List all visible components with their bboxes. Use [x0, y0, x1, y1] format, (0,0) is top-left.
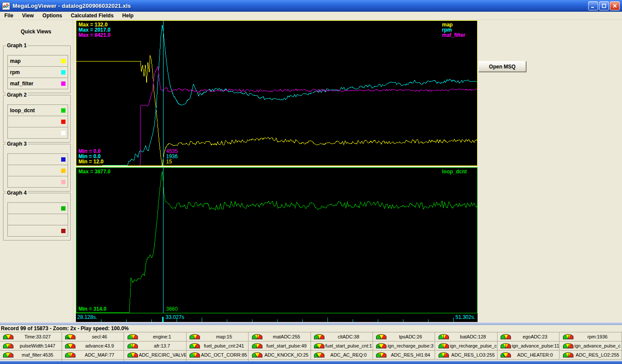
gauge-needle	[380, 353, 381, 357]
field-row-empty[interactable]	[7, 214, 68, 225]
window-title: MegaLogViewer - datalog200906032021.xls	[13, 3, 131, 9]
gauge-value-label: fuel_pulse_cnt:241	[200, 343, 248, 348]
group-title: Graph 2	[6, 92, 28, 98]
field-row-maf_filter[interactable]: maf_filter	[7, 78, 68, 89]
field-row-empty[interactable]	[7, 225, 68, 237]
gauge-cell-maf_filter: maf_filter:4535	[0, 351, 62, 360]
menu-bar: FileViewOptionsCalculated FieldsHelp	[0, 12, 622, 20]
gauge-cell-afr: afr:13.7	[124, 341, 187, 351]
splitter-handle[interactable]	[0, 322, 622, 325]
gauge-needle	[6, 335, 8, 339]
axis-tick	[202, 318, 202, 322]
menu-item-calculated-fields[interactable]: Calculated Fields	[66, 12, 118, 20]
gauge-needle	[377, 346, 381, 348]
gauge-cell-engine: engine:1	[124, 332, 187, 341]
menu-item-options[interactable]: Options	[38, 12, 66, 20]
gauge-value-label: map:15	[200, 334, 248, 339]
maximize-icon[interactable]	[599, 1, 609, 10]
max-block: Max = 3877.0	[79, 169, 111, 174]
gauge-value-label: fuel_start_pulse:49	[262, 343, 311, 348]
gauge-needle	[131, 335, 133, 339]
cursor-value-block: 3660	[166, 306, 178, 312]
gauge-grid: Time:33.027secl:46engine:1map:15matADC:2…	[0, 332, 622, 364]
gauge-value-label: ign_recharge_pulse:3	[386, 343, 435, 348]
gauge-value-label: maf_filter:4535	[13, 352, 62, 358]
field-color-swatch	[61, 70, 65, 75]
group-title: Graph 4	[6, 190, 28, 196]
gauge-value-label: Time:33.027	[13, 334, 62, 339]
gauge-value-label: advance:43.9	[75, 343, 124, 348]
gauge-value-label: secl:46	[75, 334, 124, 339]
minimize-icon[interactable]	[588, 1, 598, 10]
field-color-swatch	[61, 59, 65, 63]
field-row-empty[interactable]	[7, 165, 68, 176]
gauge-icon	[190, 352, 200, 358]
gauge-needle	[315, 346, 319, 348]
gauge-cell-pulseWidth: pulseWidth:1447	[0, 341, 62, 351]
field-color-swatch	[61, 131, 65, 135]
gauge-needle	[502, 354, 506, 358]
gauge-cell-advance: advance:43.9	[62, 341, 124, 351]
gauge-cell-fuel_pulse_cnt: fuel_pulse_cnt:241	[187, 341, 249, 351]
max-label: Max = 8421.0	[79, 32, 111, 38]
menu-item-help[interactable]: Help	[118, 12, 138, 20]
gauge-needle	[568, 335, 569, 339]
gauge-needle	[8, 344, 10, 348]
gauge-needle	[66, 337, 70, 339]
close-icon[interactable]	[610, 1, 620, 10]
field-row-rpm[interactable]: rpm	[7, 66, 68, 78]
field-row-empty[interactable]	[7, 176, 68, 188]
gauge-cell-ADC_OCT_CORR: ADC_OCT_CORR:85	[187, 351, 249, 360]
axis-cursor-label: 33.027s	[166, 314, 184, 320]
gauge-value-label: ADC_RECIRC_VALVE	[138, 352, 186, 358]
field-row-empty[interactable]	[7, 116, 68, 127]
axis-tick	[252, 319, 252, 322]
gauge-icon	[128, 343, 138, 348]
field-color-swatch	[61, 120, 65, 124]
gauge-cell-Time: Time:33.027	[0, 332, 62, 341]
field-row-empty[interactable]	[7, 153, 68, 165]
gauge-icon	[439, 352, 449, 358]
gauge-cell-ADC_RES_HI1: ADC_RES_HI1:84	[373, 351, 435, 360]
graph2-chart[interactable]: Max = 3877.0Min = 314.0loop_dcnt3660	[76, 167, 478, 313]
axis-tick	[101, 319, 101, 322]
gauge-value-label: ADC_MAF:77	[75, 352, 124, 358]
cursor-tick	[162, 317, 164, 322]
gauge-needle	[568, 344, 570, 348]
gauge-cell-map: map:15	[187, 332, 249, 341]
field-row-loop_dcnt[interactable]: loop_dcnt	[7, 104, 68, 116]
gauge-needle	[193, 335, 195, 339]
group-graph-3: Graph 3	[3, 144, 71, 192]
gauge-icon	[190, 334, 200, 339]
min-block: Min = 0.0Min = 0.0Min = 12.0	[79, 149, 104, 164]
cursor-line[interactable]	[163, 168, 164, 313]
field-row-map[interactable]: map	[7, 55, 68, 67]
menu-item-file[interactable]: File	[0, 12, 18, 20]
gauge-cell-ADC_RES_LO3: ADC_RES_LO3:255	[435, 351, 498, 360]
gauge-value-label: ADC_RES_HI1:84	[386, 352, 435, 358]
gauge-needle	[316, 354, 319, 357]
menu-item-view[interactable]: View	[18, 12, 38, 20]
gauge-needle	[442, 344, 444, 348]
cursor-line[interactable]	[163, 21, 164, 166]
gauge-icon	[128, 352, 138, 358]
open-msq-button[interactable]: Open MSQ	[478, 61, 526, 72]
gauge-icon	[65, 352, 75, 358]
gauge-needle	[194, 344, 196, 348]
gauge-value-label: afr:13.7	[138, 343, 186, 348]
status-bar: Record 99 of 15873 - Zoom: 2x - Play spe…	[0, 325, 622, 332]
field-row-empty[interactable]	[7, 127, 68, 139]
gauge-needle	[131, 353, 133, 357]
gauge-cell-matADC: matADC:255	[249, 332, 311, 341]
window-controls	[587, 1, 620, 10]
graph1-chart[interactable]: Max = 132.0Max = 2017.0Max = 8421.0Min =…	[76, 20, 478, 166]
gauge-cell-ADC_AC_REQ: ADC_AC_REQ:0	[311, 351, 373, 360]
axis-tick	[353, 319, 353, 322]
gauge-needle	[379, 335, 381, 339]
axis-tick	[277, 319, 278, 322]
gauge-icon	[314, 343, 324, 348]
gauge-value-label: cltADC:38	[324, 334, 373, 339]
min-label: Min = 12.0	[79, 159, 104, 164]
taskbar-edge	[0, 361, 622, 364]
field-row-empty[interactable]	[7, 202, 68, 214]
